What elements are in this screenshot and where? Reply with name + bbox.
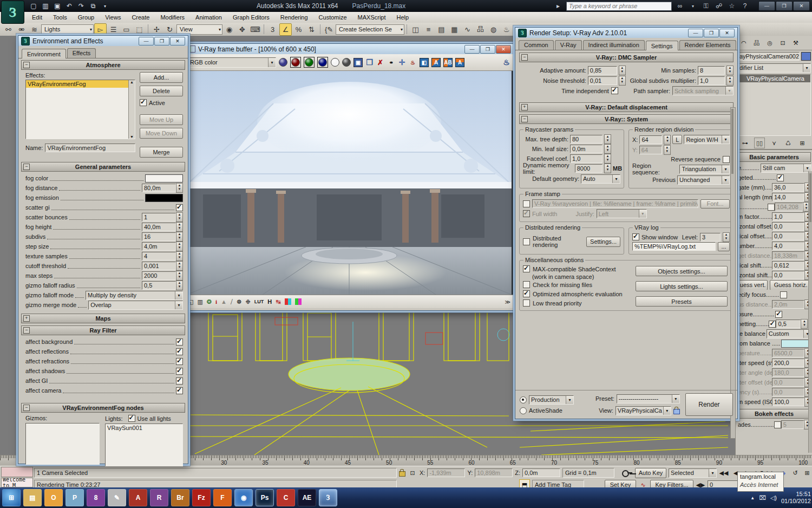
region-mode-dropdown[interactable]: Region W/H▾ (684, 135, 730, 144)
env-maximize-button[interactable]: ❐ (154, 37, 169, 45)
help-icon[interactable]: ? (740, 2, 750, 10)
vfb-rgb-channels-icon[interactable] (279, 58, 287, 67)
blades-checkbox[interactable] (774, 421, 781, 428)
blades-field[interactable]: 5 (781, 420, 804, 429)
adaptive-amount-spinner[interactable] (619, 66, 626, 75)
photoshop-icon[interactable]: Ps (256, 489, 274, 506)
window-crossing-icon[interactable]: ⬚ (133, 23, 146, 36)
vertical-offset-field[interactable]: 0,0 (772, 232, 804, 240)
vfb-red-channel-icon[interactable] (290, 57, 301, 68)
show-window-checkbox[interactable] (632, 233, 639, 240)
selection-lock-icon[interactable] (399, 471, 405, 477)
auto-key-button[interactable]: Auto Key (635, 468, 666, 478)
region-y-field[interactable]: 64 (639, 146, 662, 154)
object-name-field[interactable]: ayPhysicalCamera002 (737, 52, 800, 61)
production-dropdown[interactable]: Production▾ (529, 395, 574, 405)
modifier-stack[interactable]: VRayPhysicalCamera (737, 74, 811, 136)
vfb-levels-icon[interactable]: ▲ (221, 298, 227, 305)
hierarchy-tab-icon[interactable]: 品 (752, 38, 762, 48)
move-down-button[interactable]: Move Down (140, 128, 183, 139)
motion-wheel-tab-icon[interactable]: ◎ (765, 38, 775, 48)
fog-color-swatch[interactable] (145, 174, 183, 183)
ray-filter-checkbox[interactable] (176, 338, 183, 346)
atmosphere-rollout[interactable]: −Atmosphere (21, 60, 185, 70)
ray-filter-checkbox[interactable] (176, 387, 183, 394)
fog-emission-swatch[interactable] (145, 194, 183, 202)
picasa-icon[interactable]: P (66, 489, 84, 506)
adaptive-amount-field[interactable]: 0,85 (588, 66, 617, 75)
redo-icon[interactable]: ↷ (76, 1, 87, 11)
layer-manager-icon[interactable]: ▤ (435, 23, 448, 36)
general-parameters-rollout[interactable]: −General parameters (21, 162, 185, 172)
tab-indirect-illumination[interactable]: Indirect illumination (583, 40, 645, 50)
vfb-blue-channel-icon[interactable] (317, 57, 328, 68)
3dsmax-logo-icon[interactable]: Ɜ (1, 1, 24, 24)
film-speed-field[interactable]: 100,0 (772, 398, 804, 406)
preset-dropdown[interactable]: --------------------▾ (617, 394, 680, 403)
select-and-rotate-icon[interactable]: ↻ (163, 23, 176, 36)
tab-vray[interactable]: V-Ray (555, 40, 582, 50)
vfb-ab-horizontal-icon[interactable]: A (431, 58, 441, 67)
angle-snap-icon[interactable]: ∠ (279, 23, 292, 36)
shutter-speed-field[interactable]: 200,0 (772, 359, 804, 367)
menu-graph-editors[interactable]: Graph Editors (228, 13, 274, 22)
x-coord-field[interactable]: -1,939m (427, 468, 465, 477)
purple-swirl-app-icon[interactable]: 8 (87, 489, 105, 506)
dynamic-memory-field[interactable]: 8000 (575, 164, 603, 173)
sketch-app-icon[interactable]: ✎ (108, 489, 126, 506)
ray-filter-checkbox[interactable] (176, 348, 183, 355)
max-steps-spinner[interactable] (176, 271, 183, 281)
menu-rendering[interactable]: Rendering (276, 13, 313, 22)
rectangular-selection-icon[interactable]: ▭ (120, 23, 133, 36)
modifier-stack-item[interactable]: VRayPhysicalCamera (738, 75, 810, 82)
noise-threshold-spinner[interactable] (619, 76, 626, 86)
fog-nodes-rollout[interactable]: −VRayEnvironmentFog nodes (21, 403, 185, 413)
project-folder-icon[interactable]: ⧉ (88, 1, 99, 11)
lights-list[interactable]: VRaySun001 (105, 424, 183, 466)
fov-checkbox[interactable] (768, 204, 775, 211)
gizmos-list[interactable] (25, 423, 100, 465)
menu-views[interactable]: Views (100, 13, 126, 22)
cutoff-threshold-field[interactable]: 0,001 (142, 262, 176, 270)
absolute-mode-icon[interactable]: ⊡ (408, 468, 417, 478)
vfb-maximize-button[interactable]: ❐ (480, 45, 495, 54)
vfb-ab-vertical-icon[interactable]: AB (443, 58, 453, 67)
target-distance-field[interactable]: 18,338m (772, 251, 804, 260)
display-tab-icon[interactable]: ⊡ (778, 38, 788, 48)
y-coord-field[interactable]: 10,898m (475, 468, 513, 477)
ray-filter-checkbox[interactable] (176, 377, 183, 385)
ray-filter-checkbox[interactable] (176, 368, 183, 375)
tray-expand-icon[interactable]: ▲ (750, 496, 755, 500)
region-lock-button[interactable]: L (672, 135, 682, 144)
dr-settings-button[interactable]: Settings... (586, 237, 620, 247)
subscription-key-icon[interactable]: ⚿ (701, 2, 711, 10)
maps-rollout[interactable]: +Maps (21, 314, 185, 323)
scatter-bounces-spinner[interactable] (176, 212, 183, 222)
vignetting-field[interactable]: 0,5 (776, 320, 801, 328)
max-steps-field[interactable]: 2000 (142, 271, 176, 280)
vfb-curve-icon[interactable]: ⧸ (231, 298, 233, 305)
window-close-button[interactable]: ✕ (793, 1, 810, 11)
fog-distance-field[interactable]: 80,0m (142, 184, 176, 192)
search-dropdown-icon[interactable]: ▾ (688, 4, 698, 9)
menu-help[interactable]: Help (392, 13, 414, 22)
menu-animation[interactable]: Animation (191, 13, 227, 22)
scatter-bounces-field[interactable]: 1 (142, 213, 176, 222)
vfb-green-magenta-icon[interactable] (295, 298, 302, 305)
max-tree-depth-field[interactable]: 80 (570, 135, 603, 144)
search-input[interactable] (566, 2, 672, 11)
shutter-offset-field[interactable]: 0,0 (772, 378, 804, 387)
vfb-red-cyan-icon[interactable] (285, 298, 291, 305)
global-subdivs-field[interactable]: 1,0 (698, 76, 725, 85)
vfb-pixel-info-icon[interactable]: ▥ (197, 298, 202, 305)
use-all-lights-checkbox[interactable] (128, 415, 135, 422)
vfb-info-icon[interactable]: i (215, 298, 217, 305)
view-dropdown[interactable]: VRayPhysicalCa▾ (615, 406, 671, 415)
focal-length-field[interactable]: 14,0 (772, 193, 804, 201)
lights-list-item[interactable]: VRaySun001 (107, 425, 181, 431)
region-x-spinner[interactable] (664, 135, 671, 145)
min-samples-spinner[interactable] (726, 66, 734, 75)
system-rollout[interactable]: −V-Ray:: System (519, 114, 734, 124)
ccleaner-icon[interactable]: C (277, 489, 295, 506)
select-and-manipulate-icon[interactable]: ✥ (236, 23, 248, 36)
